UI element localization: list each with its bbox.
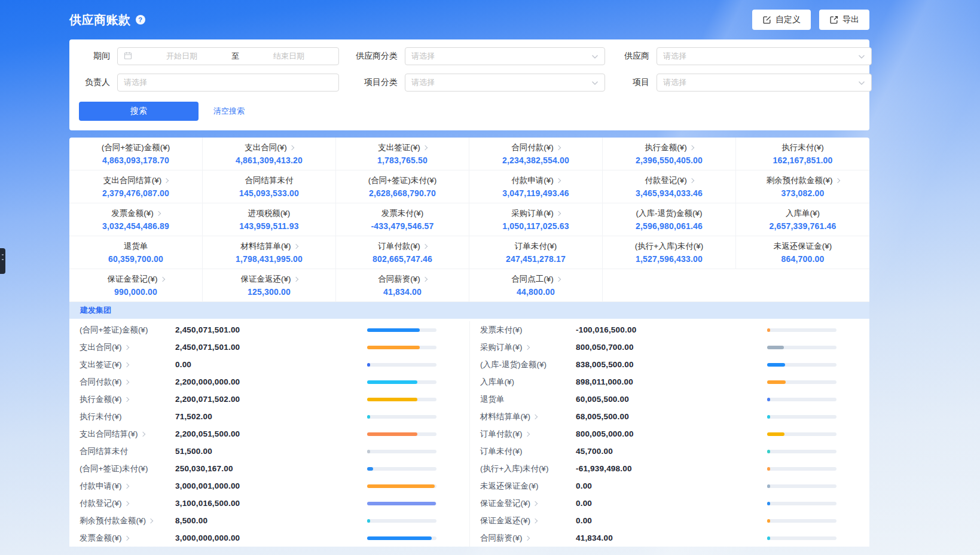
metric-label[interactable]: 采购订单(¥) (480, 342, 576, 353)
summary-cell[interactable]: 支出合同(¥) 4,861,309,413.20 (203, 138, 336, 170)
metric-label[interactable]: 剩余预付款金额(¥) (80, 516, 175, 526)
summary-cell[interactable]: 采购订单(¥) 1,050,117,025.63 (469, 203, 603, 236)
metric-progress-fill (367, 536, 432, 540)
export-button[interactable]: 导出 (819, 10, 869, 30)
metric-label[interactable]: (合同+签证)未付(¥) (80, 463, 175, 474)
summary-grid: (合同+签证)金额(¥) 4,863,093,178.70 支出合同(¥) 4,… (69, 138, 869, 302)
metric-label[interactable]: (合同+签证)金额(¥) (80, 325, 175, 336)
summary-cell-value: 1,050,117,025.63 (502, 221, 569, 231)
summary-cell[interactable]: 剩余预付款金额(¥) 373,082.00 (736, 170, 869, 203)
collapsed-drawer-handle[interactable] (0, 248, 5, 274)
summary-cell[interactable]: 订单付款(¥) 802,665,747.46 (336, 236, 469, 269)
summary-cell-value: 60,359,700.00 (108, 254, 163, 264)
summary-cell-label: (合同+签证)未付(¥) (368, 175, 436, 186)
summary-cell[interactable]: 执行金额(¥) 2,396,550,405.00 (603, 138, 736, 170)
summary-cell[interactable]: 付款登记(¥) 3,465,934,033.46 (603, 170, 736, 203)
metric-progress-fill (367, 450, 370, 453)
summary-cell[interactable]: 保证金登记(¥) 990,000.00 (69, 269, 203, 302)
summary-cell[interactable]: (合同+签证)金额(¥) 4,863,093,178.70 (69, 138, 203, 170)
summary-cell[interactable]: (合同+签证)未付(¥) 2,628,668,790.70 (336, 170, 469, 203)
summary-cell[interactable]: 合同点工(¥) 44,800.00 (469, 269, 603, 302)
summary-cell-label: (合同+签证)金额(¥) (102, 142, 170, 153)
metric-label[interactable]: (入库-退货)金额(¥) (480, 359, 576, 370)
summary-cell[interactable]: 保证金返还(¥) 125,300.00 (203, 269, 336, 302)
company-metric-row: 保证金登记(¥) 0.00 (470, 495, 869, 512)
summary-cell[interactable]: 订单未付(¥) 247,451,278.17 (469, 236, 603, 269)
metric-label[interactable]: 合同薪资(¥) (480, 533, 576, 544)
metric-label[interactable]: 材料结算单(¥) (480, 411, 576, 422)
summary-cell[interactable]: 发票金额(¥) 3,032,454,486.89 (69, 203, 203, 236)
metric-progress-bar (367, 519, 436, 523)
metric-progress-bar (367, 502, 436, 505)
metric-label[interactable]: 付款登记(¥) (80, 498, 175, 509)
metric-progress-bar (367, 536, 436, 540)
metric-label[interactable]: 执行未付(¥) (80, 411, 175, 422)
metric-label[interactable]: 发票金额(¥) (80, 533, 175, 544)
metric-label[interactable]: 订单付款(¥) (480, 429, 576, 440)
summary-cell-value: 3,032,454,486.89 (102, 221, 169, 231)
project-select[interactable]: 请选择 (657, 74, 872, 92)
chevron-right-icon (423, 277, 428, 282)
metric-label[interactable]: 合同付款(¥) (80, 377, 175, 388)
company-metric-row: (合同+签证)金额(¥) 2,450,071,501.00 (69, 321, 469, 339)
chevron-right-icon (124, 535, 129, 540)
summary-cell[interactable]: (执行+入库)未付(¥) 1,527,596,433.00 (603, 236, 736, 269)
metric-label[interactable]: 合同结算未付 (80, 446, 175, 457)
summary-cell-value: 373,082.00 (781, 188, 824, 198)
summary-cell-label: 保证金登记(¥) (108, 274, 164, 285)
summary-cell[interactable]: 付款申请(¥) 3,047,119,493.46 (469, 170, 603, 203)
summary-cell-label: 合同结算未付 (245, 175, 294, 186)
owner-input[interactable]: 请选择 (117, 74, 339, 92)
export-icon (829, 16, 838, 25)
summary-cell-value: 2,396,550,405.00 (636, 155, 703, 165)
metric-progress-bar (367, 380, 436, 384)
metric-progress-bar (367, 398, 436, 401)
metric-progress-bar (767, 328, 836, 332)
help-icon[interactable]: ? (136, 15, 145, 25)
metric-label[interactable]: 支出合同结算(¥) (80, 429, 175, 440)
supplier-category-select[interactable]: 请选择 (405, 47, 605, 65)
project-category-select[interactable]: 请选择 (405, 74, 605, 92)
customize-button[interactable]: 自定义 (752, 10, 811, 30)
filter-panel: 期间 开始日期 至 结束日期 供应商分类 请选择 供应商 请选择 (69, 39, 869, 130)
summary-cell[interactable]: 合同付款(¥) 2,234,382,554.00 (469, 138, 603, 170)
metric-label[interactable]: 入库单(¥) (480, 377, 576, 388)
supplier-select[interactable]: 请选择 (657, 47, 872, 65)
company-metric-row: 支出合同结算(¥) 2,200,051,500.00 (69, 425, 469, 443)
metric-label[interactable]: 执行金额(¥) (80, 394, 175, 405)
summary-cell[interactable]: 材料结算单(¥) 1,798,431,995.00 (203, 236, 336, 269)
metric-label[interactable]: 支出签证(¥) (80, 359, 175, 370)
metric-label[interactable]: 支出合同(¥) (80, 342, 175, 353)
summary-cell-label: 支出合同(¥) (245, 142, 294, 153)
summary-cell[interactable]: 合同薪资(¥) 41,834.00 (336, 269, 469, 302)
company-metric-row: 付款申请(¥) 3,000,001,000.00 (69, 477, 469, 495)
metric-label[interactable]: 未返还保证金(¥) (480, 481, 576, 492)
metric-progress-fill (767, 346, 784, 349)
summary-cell[interactable]: 执行未付(¥) 162,167,851.00 (736, 138, 869, 170)
metric-label[interactable]: 付款申请(¥) (80, 481, 175, 492)
metric-label[interactable]: 发票未付(¥) (480, 325, 576, 336)
metric-label[interactable]: (执行+入库)未付(¥) (480, 463, 576, 474)
metric-progress-fill (767, 536, 770, 540)
summary-cell[interactable]: 入库单(¥) 2,657,339,761.46 (736, 203, 869, 236)
summary-cell[interactable]: (入库-退货)金额(¥) 2,596,980,061.46 (603, 203, 736, 236)
summary-cell[interactable]: 未返还保证金(¥) 864,700.00 (736, 236, 869, 269)
date-range-input[interactable]: 开始日期 至 结束日期 (117, 47, 339, 65)
company-name-link[interactable]: 建发集团 (80, 305, 111, 316)
metric-label[interactable]: 保证金返还(¥) (480, 516, 576, 526)
metric-progress-fill (367, 519, 370, 523)
summary-cell-value: 41,834.00 (383, 287, 422, 297)
chevron-right-icon (148, 518, 153, 523)
metric-label[interactable]: 退货单 (480, 394, 576, 405)
summary-cell[interactable]: 支出签证(¥) 1,783,765.50 (336, 138, 469, 170)
summary-cell-value: 1,527,596,433.00 (636, 254, 703, 264)
summary-cell[interactable]: 退货单 60,359,700.00 (69, 236, 203, 269)
summary-cell[interactable]: 合同结算未付 145,093,533.00 (203, 170, 336, 203)
clear-search-link[interactable]: 清空搜索 (213, 106, 245, 117)
summary-cell[interactable]: 支出合同结算(¥) 2,379,476,087.00 (69, 170, 203, 203)
metric-label[interactable]: 订单未付(¥) (480, 446, 576, 457)
search-button[interactable]: 搜索 (79, 102, 199, 121)
summary-cell[interactable]: 进项税额(¥) 143,959,511.93 (203, 203, 336, 236)
metric-label[interactable]: 保证金登记(¥) (480, 498, 576, 509)
summary-cell[interactable]: 发票未付(¥) -433,479,546.57 (336, 203, 469, 236)
